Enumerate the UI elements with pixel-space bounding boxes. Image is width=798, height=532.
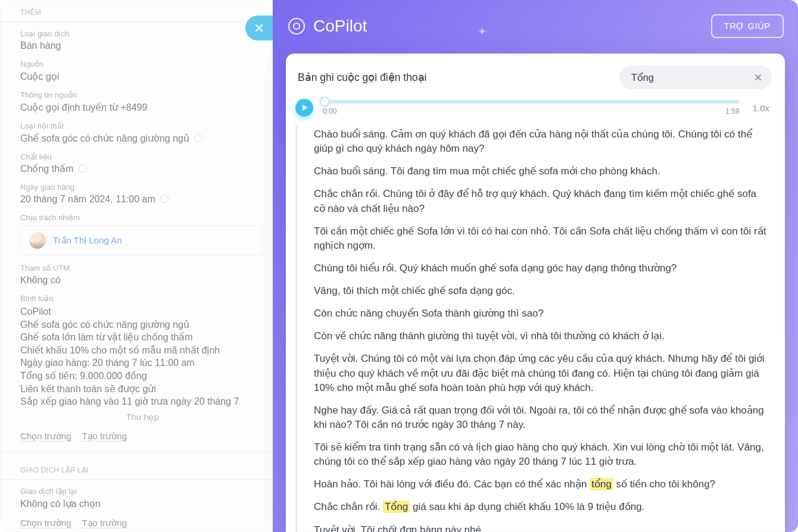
transcript-utterance: Chào buổi sáng. Cảm ơn quý khách đã gọi … <box>314 127 769 156</box>
copilot-panel: ✦·· CoPilot TRỢ GIÚP Bản ghi cuộc gọi đi… <box>273 0 798 532</box>
copilot-brand: CoPilot <box>288 17 367 36</box>
transcript-search[interactable] <box>619 65 772 89</box>
transcript-utterance: Tôi cần một chiếc ghế Sofa lớn vì tôi có… <box>314 224 769 253</box>
playback-speed[interactable]: 1.0x <box>753 103 769 113</box>
scrubber-thumb[interactable] <box>319 96 330 107</box>
card-title: Bản ghi cuộc gọi điện thoại <box>298 71 427 84</box>
copilot-logo-icon <box>288 18 305 35</box>
transcript-utterance: Chúng tôi hiểu rồi. Quý khách muốn ghế s… <box>314 261 769 276</box>
transcript-utterance: Chào buổi sáng. Tôi đang tìm mua một chi… <box>314 164 769 179</box>
search-input[interactable] <box>630 71 752 83</box>
transcript[interactable]: Chào buổi sáng. Cảm ơn quý khách đã gọi … <box>295 125 785 532</box>
close-button[interactable] <box>245 15 273 40</box>
copilot-brand-text: CoPilot <box>313 17 367 36</box>
transcript-utterance: Nghe hay đấy. Giá cả rất quan trọng đối … <box>314 403 769 432</box>
play-icon <box>301 104 308 111</box>
total-time: 1:59 <box>725 107 739 115</box>
transcript-utterance: Hoàn hảo. Tôi hài lòng với điều đó. Các … <box>314 477 769 492</box>
transcript-utterance: Còn chức năng chuyển Sofa thành giường t… <box>314 306 769 321</box>
highlight: Tổng <box>383 500 410 513</box>
transcript-utterance: Tuyệt vời. Chúng tôi có một vài lựa chọn… <box>314 352 769 395</box>
copilot-card: Bản ghi cuộc gọi điện thoại 0:00 1:59 <box>286 54 785 532</box>
transcript-utterance: Vâng, tôi thích một chiếc ghế sofa dạng … <box>314 284 769 298</box>
scrubber[interactable]: 0:00 1:59 <box>323 100 740 115</box>
play-button[interactable] <box>295 99 313 117</box>
close-icon <box>254 23 264 33</box>
transcript-utterance: Tôi sẽ kiểm tra tình trạng sẵn có và lịc… <box>314 440 769 469</box>
help-button[interactable]: TRỢ GIÚP <box>711 14 784 38</box>
audio-player: 0:00 1:59 1.0x <box>286 96 785 125</box>
transcript-utterance: Chắc chắn rồi. Chúng tôi ở đây để hỗ trợ… <box>314 187 769 215</box>
highlight: tổng <box>590 478 613 490</box>
elapsed-time: 0:00 <box>323 107 336 115</box>
transcript-utterance: Còn về chức năng thành giường thì tuyệt … <box>314 329 769 343</box>
transcript-utterance: Tuyệt vời. Tôi chốt đơn hàng này nhé. <box>314 523 769 533</box>
clear-search-button[interactable] <box>752 71 765 84</box>
close-icon <box>755 74 762 81</box>
transcript-utterance: Chắc chắn rồi. Tổng giá sau khi áp dụng … <box>314 500 769 514</box>
modal-dim-overlay <box>0 0 274 532</box>
